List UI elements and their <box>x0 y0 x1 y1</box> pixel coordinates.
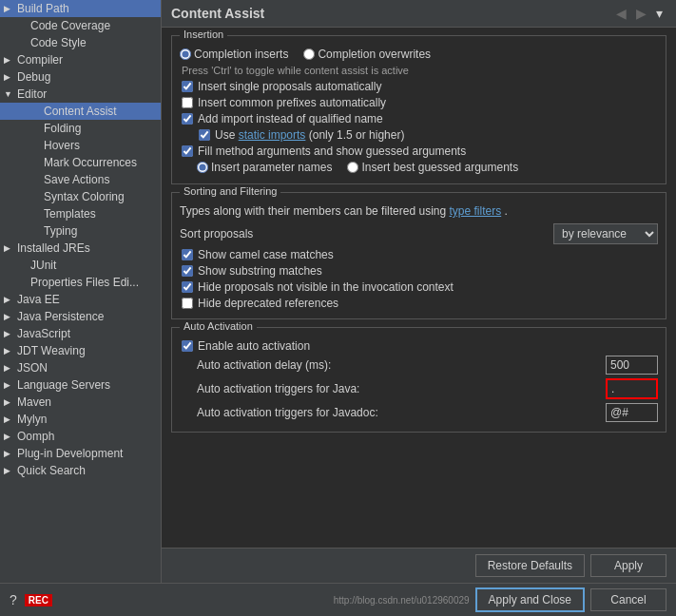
sidebar-item-oomph[interactable]: ▶Oomph <box>0 428 161 445</box>
javadoc-triggers-input[interactable] <box>606 403 658 422</box>
sidebar-label-properties-files: Properties Files Edi... <box>30 276 139 289</box>
hide-proposals-row: Hide proposals not visible in the invoca… <box>180 280 658 294</box>
tree-arrow-java-ee: ▶ <box>4 295 17 304</box>
restore-defaults-button[interactable]: Restore Defaults <box>475 554 585 577</box>
action-buttons-bar: Restore Defaults Apply <box>162 548 676 583</box>
tree-arrow-debug: ▶ <box>4 72 17 82</box>
use-static-imports-checkbox[interactable] <box>199 129 210 141</box>
sidebar-label-junit: JUnit <box>30 259 56 272</box>
java-triggers-label: Auto activation triggers for Java: <box>180 382 598 395</box>
insert-guessed-args-radio[interactable]: Insert best guessed arguments <box>347 161 518 174</box>
hide-proposals-label[interactable]: Hide proposals not visible in the invoca… <box>198 280 454 294</box>
sidebar-item-editor[interactable]: ▼Editor <box>0 86 161 103</box>
sidebar-item-mylyn[interactable]: ▶Mylyn <box>0 411 161 428</box>
sidebar-item-javascript[interactable]: ▶JavaScript <box>0 325 161 342</box>
enable-auto-activation-row: Enable auto activation <box>180 339 658 353</box>
sidebar-label-language-servers: Language Servers <box>17 378 110 392</box>
sidebar-item-java-persistence[interactable]: ▶Java Persistence <box>0 308 161 325</box>
insert-common-prefixes-label[interactable]: Insert common prefixes automatically <box>198 96 386 109</box>
sidebar-item-folding[interactable]: Folding <box>0 120 161 137</box>
panel-title: Content Assist <box>171 6 264 21</box>
sort-proposals-row: Sort proposals by relevance alphabetical… <box>180 223 658 244</box>
sidebar-item-templates[interactable]: Templates <box>0 205 161 222</box>
show-substring-checkbox[interactable] <box>182 265 193 277</box>
preferences-tree: ▶Build PathCode CoverageCode Style▶Compi… <box>0 0 162 583</box>
insert-param-names-radio[interactable]: Insert parameter names <box>197 161 332 174</box>
sidebar-item-syntax-coloring[interactable]: Syntax Coloring <box>0 188 161 205</box>
sidebar-label-javascript: JavaScript <box>17 327 70 340</box>
show-camel-case-row: Show camel case matches <box>180 248 658 261</box>
nav-forward-button[interactable]: ▶ <box>632 6 650 21</box>
sidebar-item-build-path[interactable]: ▶Build Path <box>0 0 161 17</box>
use-static-imports-label[interactable]: Use static imports (only 1.5 or higher) <box>215 128 404 142</box>
hide-deprecated-label[interactable]: Hide deprecated references <box>198 297 338 310</box>
show-camel-case-label[interactable]: Show camel case matches <box>198 248 334 261</box>
sort-proposals-dropdown[interactable]: by relevance alphabetically <box>553 223 658 244</box>
sidebar-item-save-actions[interactable]: Save Actions <box>0 171 161 188</box>
sidebar-item-code-style[interactable]: Code Style <box>0 34 161 51</box>
sidebar-label-hovers: Hovers <box>44 139 80 152</box>
auto-activation-section: Auto Activation Enable auto activation A… <box>171 327 666 433</box>
apply-button[interactable]: Apply <box>590 554 666 577</box>
insert-common-prefixes-row: Insert common prefixes automatically <box>180 96 658 109</box>
help-icon[interactable]: ? <box>10 592 17 607</box>
hide-deprecated-checkbox[interactable] <box>182 298 193 309</box>
sidebar-item-plugin-development[interactable]: ▶Plug-in Development <box>0 445 161 462</box>
enable-auto-activation-checkbox[interactable] <box>182 340 193 352</box>
tree-arrow-quick-search: ▶ <box>4 466 17 475</box>
sidebar-label-syntax-coloring: Syntax Coloring <box>44 190 125 203</box>
fill-method-args-checkbox[interactable] <box>182 145 193 157</box>
hide-proposals-checkbox[interactable] <box>182 281 193 293</box>
tree-arrow-editor: ▼ <box>4 89 17 99</box>
sidebar-item-java-ee[interactable]: ▶Java EE <box>0 291 161 308</box>
cancel-button[interactable]: Cancel <box>590 588 666 611</box>
add-import-row: Add import instead of qualified name <box>180 112 658 125</box>
sidebar-item-content-assist[interactable]: Content Assist <box>0 103 161 120</box>
add-import-label[interactable]: Add import instead of qualified name <box>198 112 383 125</box>
sidebar-item-jdt-weaving[interactable]: ▶JDT Weaving <box>0 342 161 359</box>
activation-delay-input[interactable] <box>606 356 658 375</box>
sidebar-item-junit[interactable]: JUnit <box>0 257 161 274</box>
completion-inserts-radio[interactable]: Completion inserts <box>180 48 288 61</box>
sidebar-item-typing[interactable]: Typing <box>0 222 161 240</box>
tree-arrow-installed-jres: ▶ <box>4 243 17 253</box>
sidebar-label-typing: Typing <box>44 224 77 238</box>
static-imports-link[interactable]: static imports <box>239 128 306 142</box>
sorting-section-title: Sorting and Filtering <box>180 185 280 197</box>
sidebar-item-maven[interactable]: ▶Maven <box>0 394 161 411</box>
insert-single-proposals-label[interactable]: Insert single proposals automatically <box>198 80 381 93</box>
nav-dropdown-button[interactable]: ▾ <box>652 6 666 21</box>
fill-method-args-label[interactable]: Fill method arguments and show guessed a… <box>198 144 466 158</box>
type-filters-link[interactable]: type filters <box>450 204 502 218</box>
sidebar-item-language-servers[interactable]: ▶Language Servers <box>0 376 161 394</box>
completion-hint: Press 'Ctrl' to toggle while content ass… <box>180 65 658 76</box>
sidebar-item-properties-files[interactable]: Properties Files Edi... <box>0 274 161 291</box>
enable-auto-activation-label[interactable]: Enable auto activation <box>198 339 310 353</box>
sidebar-item-json[interactable]: ▶JSON <box>0 359 161 376</box>
sidebar-item-debug[interactable]: ▶Debug <box>0 68 161 86</box>
sidebar-item-compiler[interactable]: ▶Compiler <box>0 51 161 68</box>
sidebar-item-hovers[interactable]: Hovers <box>0 137 161 154</box>
sidebar-label-debug: Debug <box>17 70 50 84</box>
apply-and-close-button[interactable]: Apply and Close <box>475 587 585 612</box>
insertion-section: Insertion Completion inserts Completion … <box>171 35 666 184</box>
sidebar-item-quick-search[interactable]: ▶Quick Search <box>0 462 161 479</box>
insert-single-proposals-checkbox[interactable] <box>182 81 193 92</box>
sidebar-item-code-coverage[interactable]: Code Coverage <box>0 17 161 34</box>
sidebar-label-compiler: Compiler <box>17 53 63 67</box>
tree-arrow-mylyn: ▶ <box>4 414 17 424</box>
activation-delay-label: Auto activation delay (ms): <box>180 358 598 372</box>
sidebar-item-mark-occurrences[interactable]: Mark Occurrences <box>0 154 161 171</box>
insertion-section-title: Insertion <box>180 29 227 40</box>
show-substring-label[interactable]: Show substring matches <box>198 264 322 278</box>
sidebar-item-installed-jres[interactable]: ▶Installed JREs <box>0 240 161 257</box>
java-triggers-input[interactable] <box>606 378 658 399</box>
nav-back-button[interactable]: ◀ <box>612 6 630 21</box>
completion-overwrites-radio[interactable]: Completion overwrites <box>303 48 431 61</box>
activation-delay-row: Auto activation delay (ms): <box>180 356 658 375</box>
sidebar-label-json: JSON <box>17 361 48 375</box>
show-camel-case-checkbox[interactable] <box>182 249 193 260</box>
dialog-bottom-bar: ? REC http://blog.csdn.net/u012960029 Ap… <box>0 583 676 616</box>
insert-common-prefixes-checkbox[interactable] <box>182 97 193 108</box>
add-import-checkbox[interactable] <box>182 113 193 125</box>
